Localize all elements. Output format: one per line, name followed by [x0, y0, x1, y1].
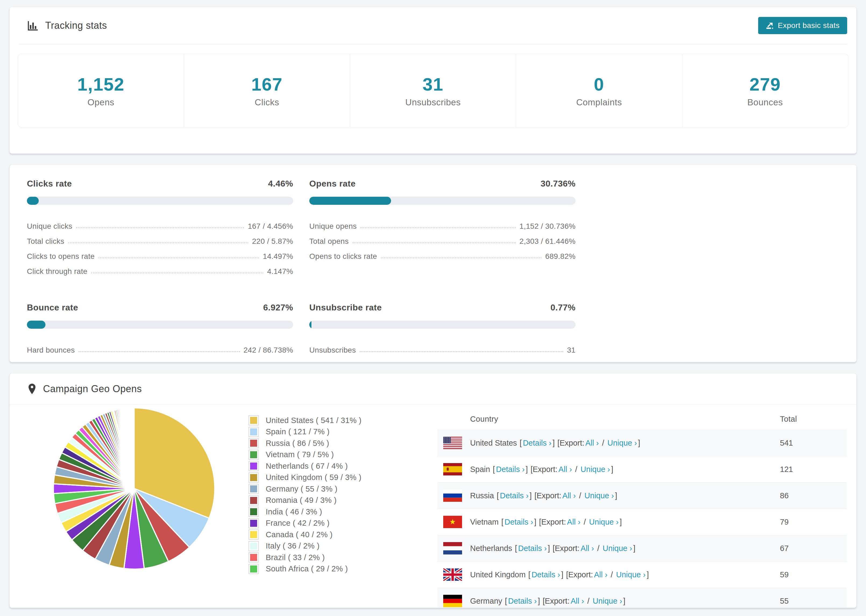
export-unique-link[interactable]: Unique ›	[581, 465, 610, 474]
bracket-token: [	[566, 570, 568, 579]
rate-value: 0.77%	[551, 303, 576, 313]
bracket-token: ]	[538, 597, 540, 605]
rate-row-label: Soft bounces	[27, 361, 72, 362]
export-unique-link[interactable]: Unique ›	[593, 597, 622, 605]
export-all-link[interactable]: All ›	[571, 597, 584, 605]
export-all-link[interactable]: All ›	[581, 544, 594, 553]
rate-row-label: Hard bounces	[27, 346, 75, 355]
slash-token: /	[575, 465, 578, 474]
legend-swatch	[249, 552, 259, 563]
dotted-leader	[76, 227, 244, 228]
us-flag-icon	[443, 437, 462, 449]
geo-opens-title-group: Campaign Geo Opens	[27, 383, 142, 394]
rate-row: Clicks to opens rate 14.497%	[27, 246, 293, 261]
export-icon	[766, 22, 774, 30]
geo-opens-pie-chart[interactable]	[50, 404, 218, 572]
export-label-token: Export:	[533, 465, 557, 474]
export-all-link[interactable]: All ›	[562, 491, 576, 500]
export-unique-link[interactable]: Unique ›	[608, 438, 637, 448]
legend-swatch	[249, 461, 259, 471]
details-link[interactable]: Details ›	[523, 438, 551, 448]
rate-title: Opens rate	[309, 179, 356, 189]
legend-label: Germany ( 55 / 3% )	[266, 485, 337, 493]
stat-value: 167	[251, 74, 282, 94]
bracket-token: ]	[615, 491, 617, 500]
export-label-token: Export:	[545, 597, 570, 605]
export-unique-link[interactable]: Unique ›	[603, 544, 632, 553]
legend-item: France ( 42 / 2% )	[249, 518, 361, 529]
export-all-link[interactable]: All ›	[594, 570, 608, 579]
rate-row: Unique opens 1,152 / 30.736%	[309, 215, 576, 231]
rate-block: Opens rate 30.736% Unique opens 1,152 / …	[309, 179, 576, 276]
legend-swatch	[249, 427, 259, 437]
legend-item: United Kingdom ( 59 / 3% )	[249, 472, 361, 484]
bracket-token: ]	[529, 491, 532, 500]
dotted-leader	[360, 351, 563, 352]
geo-opens-content: United States ( 541 / 31% ) Spain ( 121 …	[10, 404, 856, 608]
gb-flag-icon	[443, 569, 462, 581]
rate-row-label: Click through rate	[27, 267, 87, 276]
details-link[interactable]: Details ›	[508, 597, 537, 605]
vn-flag-icon	[443, 516, 462, 528]
slash-token: /	[602, 438, 604, 448]
rate-row: Opens to clicks rate 689.82%	[309, 246, 576, 261]
bracket-token: [	[528, 570, 531, 579]
export-all-link[interactable]: All ›	[567, 518, 580, 526]
bracket-token: ]	[526, 465, 528, 474]
details-link[interactable]: Details ›	[518, 544, 546, 553]
export-basic-stats-button[interactable]: Export basic stats	[758, 17, 847, 34]
export-all-link[interactable]: All ›	[559, 465, 572, 474]
page-title: Tracking stats	[45, 20, 107, 31]
rate-row: Unsubscribes 31	[309, 339, 576, 355]
rate-row-label: Unique clicks	[27, 222, 72, 231]
rate-row-label: Total opens	[309, 237, 349, 246]
bracket-token: [	[501, 518, 504, 526]
rate-row: Unique clicks 167 / 4.456%	[27, 215, 293, 231]
rate-progress-fill	[309, 321, 312, 329]
legend-label: Romania ( 49 / 3% )	[266, 496, 337, 505]
total-value: 86	[780, 491, 847, 500]
details-link[interactable]: Details ›	[505, 518, 533, 526]
total-value: 541	[780, 438, 847, 448]
stat-cell: 1,152 Opens	[18, 54, 184, 127]
country-name: Germany	[470, 597, 502, 605]
slash-token: /	[611, 570, 613, 579]
country-name: United States	[470, 438, 517, 448]
table-row: Vietnam [ Details › ] [ Export: All › / …	[437, 509, 847, 535]
rates-card: Clicks rate 4.46% Unique clicks 167 / 4.…	[9, 165, 857, 362]
country-cell: Russia [ Details › ] [ Export: All › / U…	[437, 491, 780, 500]
legend-swatch	[249, 541, 259, 551]
country-cell: Vietnam [ Details › ] [ Export: All › / …	[437, 518, 780, 526]
legend-label: Spain ( 121 / 7% )	[266, 427, 330, 436]
bracket-token: ]	[553, 438, 555, 448]
tracking-stats-header: Tracking stats Export basic stats	[10, 7, 856, 44]
export-all-link[interactable]: All ›	[586, 438, 599, 448]
legend-label: United Kingdom ( 59 / 3% )	[266, 473, 361, 482]
rate-progress-track	[27, 197, 293, 205]
rate-block: Unsubscribe rate 0.77% Unsubscribes 31	[309, 303, 576, 362]
export-unique-link[interactable]: Unique ›	[589, 518, 619, 526]
rate-row-label: Unsubscribes	[309, 346, 356, 355]
details-link[interactable]: Details ›	[531, 570, 560, 579]
details-link[interactable]: Details ›	[500, 491, 529, 500]
rate-head: Bounce rate 6.927%	[27, 303, 293, 313]
bracket-token: [	[515, 544, 517, 553]
country-cell: Netherlands [ Details › ] [ Export: All …	[437, 544, 780, 553]
divider	[19, 44, 847, 44]
bracket-token: ]	[561, 570, 564, 579]
stat-cell: 279 Bounces	[682, 54, 848, 127]
legend-swatch	[249, 415, 259, 426]
table-row: United States [ Details › ] [ Export: Al…	[437, 430, 847, 456]
legend-label: South Africa ( 29 / 2% )	[266, 564, 348, 573]
export-unique-link[interactable]: Unique ›	[584, 491, 614, 500]
rate-row-value: 167 / 4.456%	[248, 222, 293, 231]
legend-item: South Africa ( 29 / 2% )	[249, 563, 361, 575]
legend-swatch	[249, 438, 259, 448]
export-unique-link[interactable]: Unique ›	[616, 570, 646, 579]
details-link[interactable]: Details ›	[496, 465, 524, 474]
rate-value: 4.46%	[268, 179, 293, 189]
bracket-token: [	[520, 438, 522, 448]
country-name: Spain	[470, 465, 490, 474]
export-button-label: Export basic stats	[778, 21, 840, 30]
rate-rows: Unsubscribes 31	[309, 339, 576, 355]
